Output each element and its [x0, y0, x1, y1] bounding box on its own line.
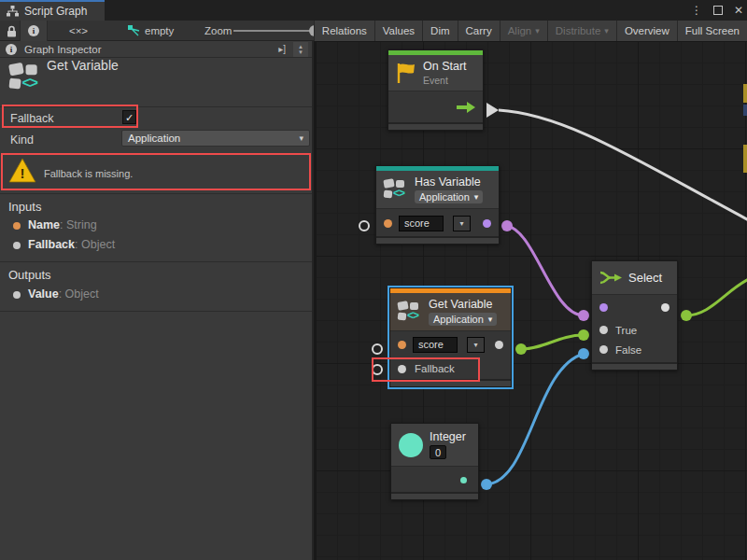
name-input-port[interactable] — [384, 219, 392, 228]
relations-button[interactable]: Relations — [314, 21, 374, 41]
connection-wires — [316, 41, 747, 560]
variable-name-field[interactable]: score — [399, 216, 444, 231]
variable-icon: <> — [384, 179, 408, 200]
maximize-icon[interactable] — [713, 6, 723, 15]
lock-icon[interactable] — [5, 21, 18, 41]
chevron-down-icon: ▾ — [474, 192, 479, 202]
condition-input-port[interactable] — [599, 303, 608, 312]
inspector-header: i Graph Inspector ▸] ▲▼ — [0, 41, 312, 58]
variable-icon: <> — [9, 63, 42, 91]
offscreen-node-sliver — [743, 145, 747, 173]
offscreen-node-sliver — [743, 105, 747, 116]
output-row-value: Value: Object — [28, 287, 99, 301]
wire-select-output — [686, 279, 747, 315]
chevron-down-icon: ▾ — [299, 133, 303, 143]
distribute-button[interactable]: Distribute▾ — [547, 21, 616, 41]
variable-name-dropdown[interactable]: ▾ — [453, 216, 471, 231]
offscreen-node-sliver — [743, 84, 747, 103]
graph-icon — [7, 6, 19, 17]
integer-icon — [399, 433, 423, 457]
carry-button[interactable]: Carry — [458, 21, 500, 41]
node-title: Has Variable — [415, 175, 483, 189]
window-tab-bar: Script Graph ⋮ ✕ — [0, 0, 747, 21]
chevron-down-icon: ▾ — [459, 219, 463, 228]
wire-control-flow — [499, 110, 747, 220]
tab-script-graph[interactable]: Script Graph — [0, 0, 105, 21]
node-select[interactable]: Select True False — [591, 260, 678, 371]
overview-button[interactable]: Overview — [616, 21, 677, 41]
code-preview-button[interactable]: <×> — [50, 21, 106, 41]
input-row-fallback: Fallback: Object — [28, 238, 115, 251]
info-icon: i — [6, 44, 17, 55]
variable-icon: <> — [398, 301, 422, 322]
annotation-box-fallback-option — [2, 105, 138, 128]
window-menu-icon[interactable]: ⋮ — [691, 0, 702, 21]
flow-output-port[interactable] — [457, 102, 475, 113]
chevron-down-icon: ▾ — [535, 26, 540, 35]
wire-has-variable-to-select — [507, 226, 584, 315]
tab-label: Script Graph — [24, 5, 87, 18]
annotation-box-warning — [1, 153, 311, 190]
variable-kind-dropdown[interactable]: Application▾ — [415, 190, 483, 203]
inspector-title: Graph Inspector — [24, 44, 101, 55]
integer-value-field[interactable]: 0 — [430, 445, 446, 459]
inputs-section-title: Inputs — [8, 200, 41, 214]
result-output-port[interactable] — [483, 219, 491, 228]
variable-name-dropdown[interactable]: ▾ — [467, 337, 485, 353]
node-footer — [391, 492, 478, 499]
node-integer[interactable]: Integer 0 — [390, 423, 479, 500]
flow-connector-triangle — [486, 103, 499, 118]
inspect-toggle-button[interactable]: i — [20, 21, 48, 41]
node-on-start[interactable]: On Start Event — [388, 49, 484, 131]
node-footer — [592, 362, 677, 370]
empty-port-ring — [373, 344, 382, 354]
value-output-port[interactable] — [495, 341, 503, 349]
node-title: Get Variable — [429, 298, 497, 311]
full-screen-button[interactable]: Full Screen — [677, 21, 747, 41]
wire-get-variable-to-true — [521, 335, 584, 349]
outputs-section-title: Outputs — [8, 268, 51, 282]
node-title: Select — [628, 271, 662, 285]
dim-button[interactable]: Dim — [422, 21, 457, 41]
values-button[interactable]: Values — [374, 21, 422, 41]
inspector-unit-title: Get Variable — [47, 58, 119, 73]
node-footer — [388, 122, 483, 130]
node-title: Integer — [430, 430, 466, 443]
variable-kind-dropdown[interactable]: Application▾ — [429, 313, 497, 326]
graph-toolbar: i <×> empty Zoom 1x Relations Values Dim… — [0, 21, 747, 41]
true-port-label: True — [615, 325, 637, 336]
integer-output-port[interactable] — [460, 477, 467, 483]
kind-dropdown[interactable]: Application ▾ — [121, 130, 310, 147]
connection-icon — [127, 21, 142, 41]
node-footer — [376, 236, 499, 244]
align-button[interactable]: Align▾ — [500, 21, 547, 41]
chevron-down-icon: ▾ — [473, 341, 477, 349]
toolbar-button-group: Relations Values Dim Carry Align▾ Distri… — [314, 21, 747, 41]
selection-output-port[interactable] — [661, 303, 669, 312]
output-port-dot-value — [13, 291, 21, 299]
true-input-port[interactable] — [599, 326, 608, 334]
selection-status: empty — [145, 21, 174, 41]
info-icon: i — [28, 25, 39, 36]
name-input-port[interactable] — [398, 341, 406, 349]
flag-icon — [396, 62, 416, 84]
false-input-port[interactable] — [599, 345, 608, 354]
node-title: On Start — [423, 60, 467, 73]
select-icon — [599, 270, 622, 286]
chevron-down-icon: ▾ — [604, 26, 609, 35]
dock-icon[interactable]: ▸] — [278, 44, 286, 54]
annotation-box-fallback-port — [372, 357, 480, 382]
close-icon[interactable]: ✕ — [734, 0, 743, 21]
zoom-slider-track[interactable] — [233, 30, 316, 32]
false-port-label: False — [615, 344, 641, 356]
empty-port-ring — [359, 221, 369, 231]
input-port-dot-fallback — [13, 242, 21, 249]
zoom-label: Zoom — [204, 21, 232, 41]
kind-label: Kind — [10, 133, 34, 147]
chevron-down-icon: ▾ — [488, 315, 493, 324]
node-subtitle: Event — [423, 75, 467, 86]
scroll-spinner[interactable]: ▲▼ — [293, 42, 308, 57]
graph-canvas[interactable]: On Start Event <> Has Variable Appl — [316, 41, 747, 560]
node-has-variable[interactable]: <> Has Variable Application▾ score ▾ — [375, 165, 500, 245]
variable-name-field[interactable]: score — [413, 337, 458, 353]
